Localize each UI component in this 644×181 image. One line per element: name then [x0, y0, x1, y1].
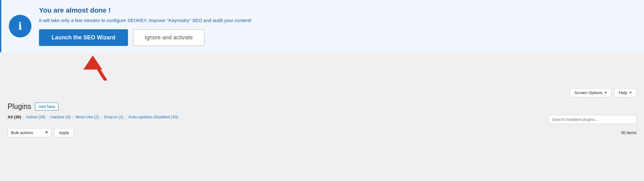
ignore-activate-button[interactable]: Ignore and activate — [133, 29, 204, 46]
red-arrow-icon — [61, 52, 130, 81]
filter-active[interactable]: Active (26) — [26, 115, 46, 119]
filter-drop-in[interactable]: Drop-in (1) — [104, 115, 123, 119]
notice-content: You are almost done ! It will take only … — [39, 6, 636, 46]
add-new-button[interactable]: Add New — [35, 103, 58, 110]
notice-title: You are almost done ! — [39, 6, 636, 14]
plugins-title: Plugins — [8, 102, 31, 111]
svg-marker-1 — [83, 55, 102, 70]
plugins-header: Plugins Add New — [8, 102, 636, 111]
main-content: Screen Options Help Plugins Add New All … — [0, 81, 644, 142]
filter-all[interactable]: All (30) — [8, 115, 21, 119]
filter-must-use[interactable]: Must-Use (2) — [75, 115, 99, 119]
filter-links: All (30) | Active (26) | Inactive (4) | … — [8, 115, 178, 119]
search-plugins-input[interactable] — [548, 115, 636, 124]
help-button[interactable]: Help — [614, 88, 636, 97]
filter-row: All (30) | Active (26) | Inactive (4) | … — [8, 115, 636, 124]
notice-buttons: Launch the SEO Wizard Ignore and activat… — [39, 29, 636, 46]
bulk-actions-left: Bulk actions Apply — [8, 128, 74, 137]
screen-options-button[interactable]: Screen Options — [570, 88, 612, 97]
notice-description: It will take only a few minutes to confi… — [39, 17, 636, 24]
top-bar: Screen Options Help — [8, 88, 636, 97]
arrow-section — [0, 52, 644, 81]
filter-auto-updates-disabled[interactable]: Auto-updates Disabled (30) — [128, 115, 178, 119]
bulk-actions-select[interactable]: Bulk actions — [8, 128, 52, 137]
items-count: 30 items — [621, 130, 636, 135]
launch-wizard-button[interactable]: Launch the SEO Wizard — [39, 29, 128, 46]
screen-options-chevron-icon — [604, 92, 607, 93]
notice-icon: ℹ — [9, 15, 31, 37]
help-chevron-icon — [629, 92, 632, 93]
page-wrapper: ℹ You are almost done ! It will take onl… — [0, 0, 644, 181]
notice-banner: ℹ You are almost done ! It will take onl… — [0, 0, 644, 52]
apply-button[interactable]: Apply — [54, 128, 74, 137]
bulk-actions-row: Bulk actions Apply 30 items — [8, 128, 636, 137]
filter-inactive[interactable]: Inactive (4) — [50, 115, 70, 119]
